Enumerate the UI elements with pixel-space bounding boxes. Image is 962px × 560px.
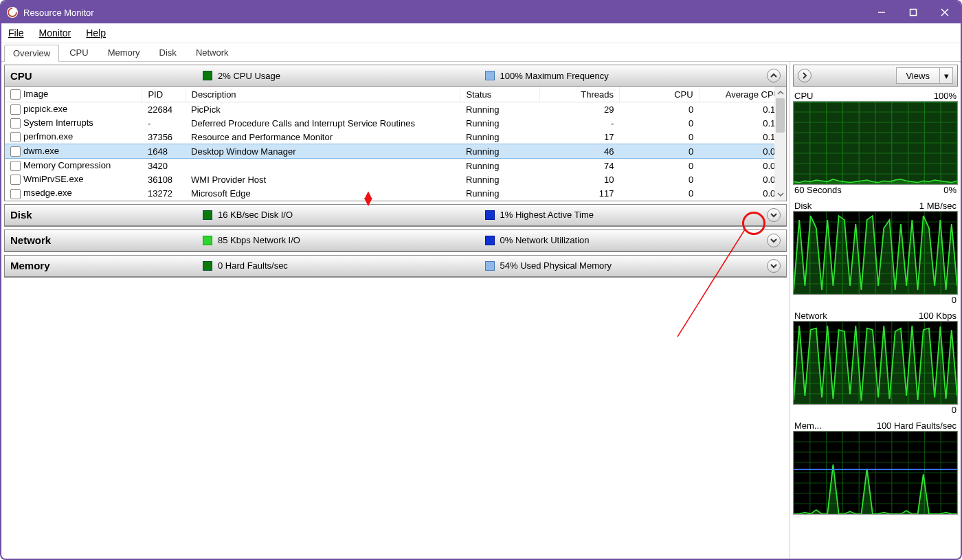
cpu-maxfreq-text: 100% Maximum Frequency — [500, 71, 609, 81]
col-threads[interactable]: Threads — [540, 87, 620, 102]
chart-max-label: 100% — [934, 91, 957, 101]
col-cpu[interactable]: CPU — [619, 87, 699, 102]
section-cpu: CPU 2% CPU Usage 100% Maximum Frequency … — [4, 65, 787, 201]
main-panel: CPU 2% CPU Usage 100% Maximum Frequency … — [1, 62, 790, 560]
row-checkbox[interactable] — [10, 118, 21, 128]
views-label: Views — [897, 71, 939, 81]
chart-max-label: 1 MB/sec — [919, 201, 957, 211]
chart-canvas — [793, 211, 958, 295]
chart-disk: Disk1 MB/sec0 — [793, 201, 958, 305]
chart-title: CPU — [794, 91, 813, 101]
menu-monitor[interactable]: Monitor — [36, 26, 74, 40]
net-io-swatch-icon — [203, 236, 212, 245]
svg-rect-1 — [910, 10, 917, 16]
chart-canvas — [793, 101, 958, 185]
side-panel: Views ▾ CPU100%60 Seconds0%Disk1 MB/sec0… — [790, 62, 961, 560]
section-memory-title: Memory — [10, 260, 203, 271]
menu-file[interactable]: File — [5, 26, 27, 40]
disk-active-text: 1% Highest Active Time — [500, 210, 594, 220]
col-pid[interactable]: PID — [142, 87, 186, 102]
net-io-text: 85 Kbps Network I/O — [218, 235, 300, 245]
titlebar[interactable]: Resource Monitor — [1, 1, 961, 23]
chart-cpu: CPU100%60 Seconds0% — [793, 91, 958, 195]
table-row[interactable]: WmiPrvSE.exe36108WMI Provider HostRunnin… — [5, 172, 786, 186]
cpu-maxfreq-swatch-icon — [485, 71, 495, 80]
table-row[interactable]: dwm.exe1648Desktop Window ManagerRunning… — [5, 144, 786, 159]
tab-network[interactable]: Network — [187, 44, 238, 61]
scroll-up-icon[interactable] — [774, 87, 786, 98]
mem-faults-swatch-icon — [203, 261, 212, 271]
col-status[interactable]: Status — [460, 87, 540, 102]
maximize-button[interactable] — [897, 1, 929, 23]
disk-active-swatch-icon — [485, 210, 495, 220]
views-chevron-icon: ▾ — [939, 68, 952, 83]
row-checkbox[interactable] — [10, 161, 21, 171]
chart-foot-right: 0 — [952, 295, 957, 305]
chart-max-label: 100 Kbps — [919, 311, 957, 321]
chart-title: Mem... — [794, 421, 822, 431]
chart-canvas — [793, 431, 958, 515]
col-avgcpu[interactable]: Average CPU — [699, 87, 785, 102]
menubar: File Monitor Help — [1, 23, 961, 43]
table-row[interactable]: perfmon.exe37356Resource and Performance… — [5, 130, 786, 144]
section-disk-header[interactable]: Disk 16 KB/sec Disk I/O 1% Highest Activ… — [5, 205, 786, 226]
expand-disk-button[interactable] — [767, 208, 781, 222]
menu-help[interactable]: Help — [83, 26, 109, 40]
chart-network: Network100 Kbps0 — [793, 311, 958, 415]
expand-memory-button[interactable] — [767, 259, 781, 273]
table-scrollbar[interactable] — [774, 87, 786, 201]
mem-used-swatch-icon — [485, 261, 495, 271]
section-memory-header[interactable]: Memory 0 Hard Faults/sec 54% Used Physic… — [5, 256, 786, 277]
row-checkbox[interactable] — [10, 189, 21, 199]
chart-foot-left: 60 Seconds — [794, 185, 842, 195]
chart-title: Network — [794, 311, 827, 321]
tab-disk[interactable]: Disk — [150, 44, 186, 61]
chart-foot-right: 0% — [943, 185, 957, 195]
mem-used-text: 54% Used Physical Memory — [500, 260, 612, 271]
section-disk-title: Disk — [10, 209, 203, 221]
scroll-thumb[interactable] — [776, 98, 785, 133]
app-icon — [7, 7, 18, 18]
close-button[interactable] — [929, 1, 961, 23]
cpu-process-table-wrap: Image PID Description Status Threads CPU… — [5, 87, 786, 201]
tab-overview[interactable]: Overview — [4, 45, 59, 62]
collapse-cpu-button[interactable] — [767, 69, 781, 82]
tab-cpu[interactable]: CPU — [60, 44, 97, 61]
table-row[interactable]: msedge.exe13272Microsoft EdgeRunning1170… — [5, 186, 786, 200]
window-title: Resource Monitor — [23, 8, 94, 18]
chart-max-label: 100 Hard Faults/sec — [877, 421, 957, 431]
views-dropdown[interactable]: Views ▾ — [896, 67, 953, 84]
chart-mem: Mem...100 Hard Faults/sec — [793, 421, 958, 515]
cpu-usage-text: 2% CPU Usage — [218, 71, 280, 81]
expand-network-button[interactable] — [767, 234, 781, 247]
table-row[interactable]: picpick.exe22684PicPickRunning2900.13 — [5, 102, 786, 117]
checkbox-all[interactable] — [10, 89, 21, 100]
chart-foot-right: 0 — [952, 405, 957, 415]
col-image[interactable]: Image — [5, 87, 142, 102]
net-util-swatch-icon — [485, 236, 495, 245]
section-cpu-header[interactable]: CPU 2% CPU Usage 100% Maximum Frequency — [5, 65, 786, 87]
net-util-text: 0% Network Utilization — [500, 235, 590, 245]
section-disk: Disk 16 KB/sec Disk I/O 1% Highest Activ… — [4, 204, 787, 227]
row-checkbox[interactable] — [10, 104, 21, 115]
scroll-down-icon[interactable] — [774, 189, 786, 201]
window-frame: Resource Monitor File Monitor Help Overv… — [0, 0, 962, 560]
section-memory: Memory 0 Hard Faults/sec 54% Used Physic… — [4, 255, 787, 278]
col-description[interactable]: Description — [186, 87, 460, 102]
tab-memory[interactable]: Memory — [99, 44, 149, 61]
row-checkbox[interactable] — [10, 132, 21, 142]
disk-io-text: 16 KB/sec Disk I/O — [218, 210, 293, 220]
section-cpu-title: CPU — [10, 70, 203, 82]
disk-io-swatch-icon — [203, 210, 212, 220]
table-row[interactable]: Memory Compression3420Running7400.05 — [5, 159, 786, 173]
row-checkbox[interactable] — [10, 175, 21, 185]
section-network-header[interactable]: Network 85 Kbps Network I/O 0% Network U… — [5, 230, 786, 251]
chart-title: Disk — [794, 201, 812, 211]
minimize-button[interactable] — [866, 1, 897, 23]
collapse-side-button[interactable] — [798, 69, 812, 82]
tab-strip: Overview CPU Memory Disk Network — [1, 43, 961, 62]
table-row[interactable]: System Interrupts-Deferred Procedure Cal… — [5, 116, 786, 130]
side-panel-header: Views ▾ — [793, 65, 958, 87]
section-network: Network 85 Kbps Network I/O 0% Network U… — [4, 229, 787, 252]
row-checkbox[interactable] — [10, 146, 21, 157]
